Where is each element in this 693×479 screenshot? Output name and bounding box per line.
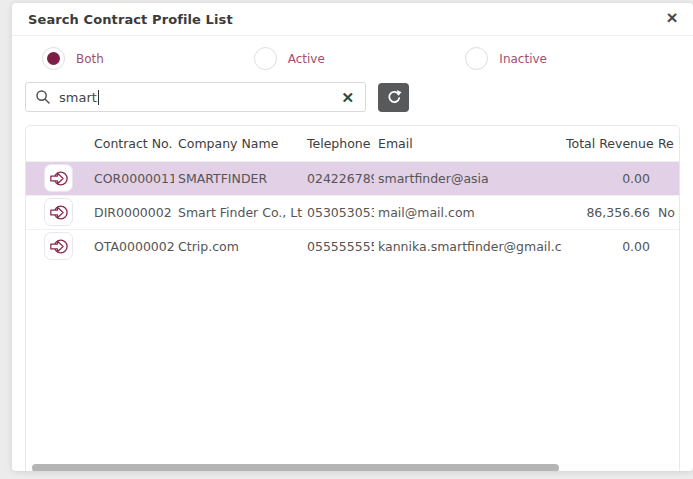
contract-table-container: Contract No. Company Name Telephone Emai… <box>25 125 680 471</box>
dialog-title: Search Contract Profile List <box>28 12 233 27</box>
radio-inactive[interactable]: Inactive <box>465 47 677 70</box>
radio-inactive-label: Inactive <box>499 52 547 66</box>
header-icon-col <box>26 126 90 161</box>
status-filter-group: Both Active Inactive <box>12 36 693 78</box>
contract-table: Contract No. Company Name Telephone Emai… <box>26 126 680 263</box>
radio-active-label: Active <box>288 52 325 66</box>
table-row[interactable]: DIR0000002 Smart Finder Co., Ltd. 053053… <box>26 195 680 229</box>
search-icon <box>35 89 51 105</box>
refresh-button[interactable] <box>378 83 409 112</box>
select-contract-button[interactable] <box>44 164 73 192</box>
cell-total-revenue: 0.00 <box>562 161 654 195</box>
header-company-name: Company Name <box>174 126 303 161</box>
close-icon[interactable]: × <box>659 5 685 31</box>
cell-contract-no: COR0000011 <box>90 161 174 195</box>
cell-contract-no: DIR0000002 <box>90 195 174 229</box>
cell-contract-no: OTA0000002 <box>90 229 174 263</box>
header-email: Email <box>374 126 562 161</box>
search-row: smart ✕ <box>12 78 693 120</box>
header-telephone: Telephone <box>303 126 374 161</box>
radio-circle-icon <box>254 47 277 70</box>
cell-telephone: 053053053 <box>303 195 374 229</box>
table-row[interactable]: OTA0000002 Ctrip.com 055555555 kannika.s… <box>26 229 680 263</box>
header-total-revenue: Total Revenue <box>562 126 654 161</box>
horizontal-scrollbar-track[interactable] <box>28 464 677 471</box>
cell-email: mail@mail.com <box>374 195 562 229</box>
search-contract-profile-dialog: Search Contract Profile List × Both Acti… <box>12 3 693 471</box>
table-header-row: Contract No. Company Name Telephone Emai… <box>26 126 680 161</box>
enter-arrow-circle-icon <box>49 170 68 187</box>
radio-active[interactable]: Active <box>254 47 466 70</box>
cell-telephone: 024226789 <box>303 161 374 195</box>
cell-email: kannika.smartfinder@gmail.com <box>374 229 562 263</box>
search-input-value: smart <box>59 90 97 105</box>
cell-remark <box>654 161 680 195</box>
enter-arrow-circle-icon <box>49 238 68 255</box>
cell-company-name: Smart Finder Co., Ltd. <box>174 195 303 229</box>
select-contract-button[interactable] <box>44 198 73 226</box>
horizontal-scrollbar-thumb[interactable] <box>32 464 559 471</box>
refresh-icon <box>385 88 403 106</box>
clear-search-icon[interactable]: ✕ <box>339 90 356 105</box>
cell-total-revenue: 0.00 <box>562 229 654 263</box>
cell-telephone: 055555555 <box>303 229 374 263</box>
cell-email: smartfinder@asia <box>374 161 562 195</box>
dialog-title-bar: Search Contract Profile List <box>12 3 693 36</box>
header-contract-no: Contract No. <box>90 126 174 161</box>
radio-circle-icon <box>42 47 65 70</box>
radio-both[interactable]: Both <box>42 47 254 70</box>
text-caret <box>98 90 99 105</box>
search-input[interactable]: smart ✕ <box>25 82 366 112</box>
table-row[interactable]: COR0000011 SMARTFINDER 024226789 smartfi… <box>26 161 680 195</box>
header-remark: Re <box>654 126 680 161</box>
radio-both-label: Both <box>76 52 104 66</box>
cell-company-name: SMARTFINDER <box>174 161 303 195</box>
cell-total-revenue: 86,356.66 <box>562 195 654 229</box>
radio-circle-icon <box>465 47 488 70</box>
select-contract-button[interactable] <box>44 232 73 260</box>
cell-remark: No <box>654 195 680 229</box>
enter-arrow-circle-icon <box>49 204 68 221</box>
cell-company-name: Ctrip.com <box>174 229 303 263</box>
cell-remark <box>654 229 680 263</box>
